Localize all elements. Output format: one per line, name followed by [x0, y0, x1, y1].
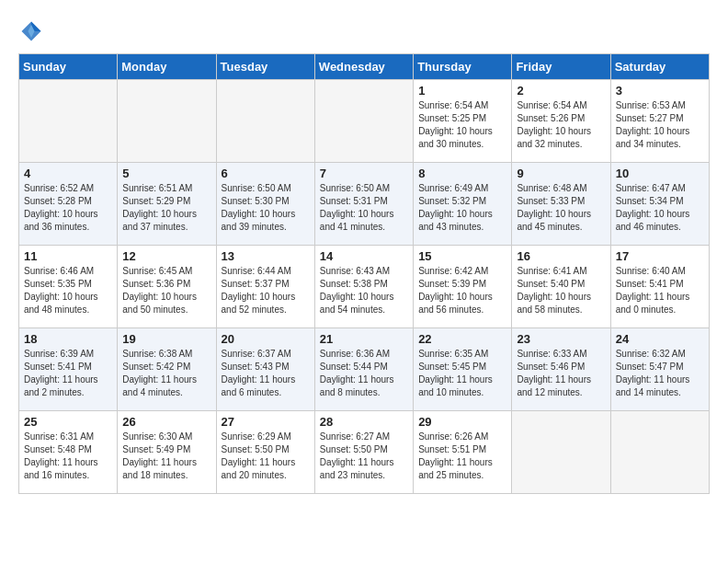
day-number: 12: [122, 249, 210, 263]
day-info: Sunrise: 6:27 AM Sunset: 5:50 PM Dayligh…: [320, 431, 408, 482]
day-number: 19: [122, 332, 210, 346]
day-of-week-header: Sunday: [19, 54, 118, 80]
calendar-day-cell: 9Sunrise: 6:48 AM Sunset: 5:33 PM Daylig…: [512, 163, 610, 246]
calendar-day-cell: 5Sunrise: 6:51 AM Sunset: 5:29 PM Daylig…: [118, 163, 216, 246]
day-info: Sunrise: 6:32 AM Sunset: 5:47 PM Dayligh…: [616, 348, 704, 399]
day-info: Sunrise: 6:42 AM Sunset: 5:39 PM Dayligh…: [418, 265, 506, 316]
calendar-day-cell: 16Sunrise: 6:41 AM Sunset: 5:40 PM Dayli…: [512, 246, 610, 328]
day-of-week-header: Friday: [512, 54, 610, 80]
calendar-day-cell: 17Sunrise: 6:40 AM Sunset: 5:41 PM Dayli…: [610, 246, 709, 328]
calendar-header-row: SundayMondayTuesdayWednesdayThursdayFrid…: [19, 54, 710, 80]
calendar-day-cell: 19Sunrise: 6:38 AM Sunset: 5:42 PM Dayli…: [118, 328, 216, 411]
calendar-table: SundayMondayTuesdayWednesdayThursdayFrid…: [18, 53, 710, 494]
day-number: 18: [24, 332, 112, 346]
calendar-day-cell: 20Sunrise: 6:37 AM Sunset: 5:43 PM Dayli…: [216, 328, 314, 411]
day-info: Sunrise: 6:45 AM Sunset: 5:36 PM Dayligh…: [122, 265, 210, 316]
calendar-week-row: 18Sunrise: 6:39 AM Sunset: 5:41 PM Dayli…: [19, 328, 710, 411]
calendar-day-cell: 24Sunrise: 6:32 AM Sunset: 5:47 PM Dayli…: [610, 328, 709, 411]
day-info: Sunrise: 6:54 AM Sunset: 5:25 PM Dayligh…: [418, 99, 506, 151]
day-number: 23: [517, 332, 605, 346]
day-number: 6: [222, 167, 310, 180]
day-info: Sunrise: 6:40 AM Sunset: 5:41 PM Dayligh…: [616, 265, 704, 316]
calendar-day-cell: [610, 411, 709, 494]
day-info: Sunrise: 6:51 AM Sunset: 5:29 PM Dayligh…: [122, 182, 210, 234]
calendar-day-cell: 18Sunrise: 6:39 AM Sunset: 5:41 PM Dayli…: [19, 328, 118, 411]
day-of-week-header: Monday: [118, 54, 216, 80]
day-of-week-header: Tuesday: [216, 54, 314, 80]
day-info: Sunrise: 6:29 AM Sunset: 5:50 PM Dayligh…: [222, 431, 310, 482]
calendar-day-cell: 2Sunrise: 6:54 AM Sunset: 5:26 PM Daylig…: [512, 80, 610, 163]
day-info: Sunrise: 6:39 AM Sunset: 5:41 PM Dayligh…: [24, 348, 112, 399]
day-info: Sunrise: 6:46 AM Sunset: 5:35 PM Dayligh…: [24, 265, 112, 316]
calendar-day-cell: 7Sunrise: 6:50 AM Sunset: 5:31 PM Daylig…: [314, 163, 413, 246]
calendar-day-cell: 26Sunrise: 6:30 AM Sunset: 5:49 PM Dayli…: [118, 411, 216, 494]
calendar-day-cell: 27Sunrise: 6:29 AM Sunset: 5:50 PM Dayli…: [216, 411, 314, 494]
day-of-week-header: Thursday: [414, 54, 512, 80]
day-info: Sunrise: 6:33 AM Sunset: 5:46 PM Dayligh…: [517, 348, 605, 399]
calendar-day-cell: 25Sunrise: 6:31 AM Sunset: 5:48 PM Dayli…: [19, 411, 118, 494]
calendar-day-cell: [19, 80, 118, 163]
day-number: 20: [222, 332, 310, 346]
day-info: Sunrise: 6:41 AM Sunset: 5:40 PM Dayligh…: [517, 265, 605, 316]
day-number: 9: [517, 167, 605, 180]
day-number: 22: [418, 332, 506, 346]
day-info: Sunrise: 6:37 AM Sunset: 5:43 PM Dayligh…: [222, 348, 310, 399]
day-info: Sunrise: 6:49 AM Sunset: 5:32 PM Dayligh…: [418, 182, 506, 234]
day-info: Sunrise: 6:43 AM Sunset: 5:38 PM Dayligh…: [320, 265, 408, 316]
day-number: 5: [122, 167, 210, 180]
calendar-day-cell: 11Sunrise: 6:46 AM Sunset: 5:35 PM Dayli…: [19, 246, 118, 328]
calendar-day-cell: [314, 80, 413, 163]
day-info: Sunrise: 6:38 AM Sunset: 5:42 PM Dayligh…: [122, 348, 210, 399]
day-info: Sunrise: 6:50 AM Sunset: 5:30 PM Dayligh…: [222, 182, 310, 234]
calendar-day-cell: 3Sunrise: 6:53 AM Sunset: 5:27 PM Daylig…: [610, 80, 709, 163]
day-number: 27: [222, 415, 310, 429]
day-info: Sunrise: 6:36 AM Sunset: 5:44 PM Dayligh…: [320, 348, 408, 399]
day-number: 24: [616, 332, 704, 346]
day-number: 4: [24, 167, 112, 180]
calendar-day-cell: 1Sunrise: 6:54 AM Sunset: 5:25 PM Daylig…: [414, 80, 512, 163]
calendar-day-cell: 6Sunrise: 6:50 AM Sunset: 5:30 PM Daylig…: [216, 163, 314, 246]
day-number: 2: [517, 84, 605, 98]
day-number: 25: [24, 415, 112, 429]
calendar-week-row: 4Sunrise: 6:52 AM Sunset: 5:28 PM Daylig…: [19, 163, 710, 246]
calendar-day-cell: [216, 80, 314, 163]
day-number: 8: [418, 167, 506, 180]
day-info: Sunrise: 6:47 AM Sunset: 5:34 PM Dayligh…: [616, 182, 704, 234]
day-number: 15: [418, 249, 506, 263]
day-info: Sunrise: 6:52 AM Sunset: 5:28 PM Dayligh…: [24, 182, 112, 234]
day-number: 11: [24, 249, 112, 263]
calendar-day-cell: 29Sunrise: 6:26 AM Sunset: 5:51 PM Dayli…: [414, 411, 512, 494]
day-number: 26: [122, 415, 210, 429]
day-number: 21: [320, 332, 408, 346]
logo-icon: [18, 18, 44, 44]
day-info: Sunrise: 6:50 AM Sunset: 5:31 PM Dayligh…: [320, 182, 408, 234]
calendar-day-cell: 14Sunrise: 6:43 AM Sunset: 5:38 PM Dayli…: [314, 246, 413, 328]
page-header: [18, 18, 710, 44]
day-info: Sunrise: 6:44 AM Sunset: 5:37 PM Dayligh…: [222, 265, 310, 316]
calendar-week-row: 25Sunrise: 6:31 AM Sunset: 5:48 PM Dayli…: [19, 411, 710, 494]
calendar-day-cell: 28Sunrise: 6:27 AM Sunset: 5:50 PM Dayli…: [314, 411, 413, 494]
day-number: 3: [616, 84, 704, 98]
day-info: Sunrise: 6:48 AM Sunset: 5:33 PM Dayligh…: [517, 182, 605, 234]
day-info: Sunrise: 6:53 AM Sunset: 5:27 PM Dayligh…: [616, 99, 704, 151]
day-info: Sunrise: 6:35 AM Sunset: 5:45 PM Dayligh…: [418, 348, 506, 399]
calendar-day-cell: [512, 411, 610, 494]
day-number: 1: [418, 84, 506, 98]
day-number: 10: [616, 167, 704, 180]
calendar-day-cell: 8Sunrise: 6:49 AM Sunset: 5:32 PM Daylig…: [414, 163, 512, 246]
day-number: 29: [418, 415, 506, 429]
calendar-day-cell: 22Sunrise: 6:35 AM Sunset: 5:45 PM Dayli…: [414, 328, 512, 411]
calendar-day-cell: 12Sunrise: 6:45 AM Sunset: 5:36 PM Dayli…: [118, 246, 216, 328]
day-number: 16: [517, 249, 605, 263]
day-number: 14: [320, 249, 408, 263]
day-info: Sunrise: 6:30 AM Sunset: 5:49 PM Dayligh…: [122, 431, 210, 482]
day-number: 13: [222, 249, 310, 263]
day-of-week-header: Wednesday: [314, 54, 413, 80]
calendar-day-cell: 15Sunrise: 6:42 AM Sunset: 5:39 PM Dayli…: [414, 246, 512, 328]
calendar-week-row: 1Sunrise: 6:54 AM Sunset: 5:25 PM Daylig…: [19, 80, 710, 163]
logo: [18, 18, 48, 44]
calendar-week-row: 11Sunrise: 6:46 AM Sunset: 5:35 PM Dayli…: [19, 246, 710, 328]
day-number: 28: [320, 415, 408, 429]
day-info: Sunrise: 6:26 AM Sunset: 5:51 PM Dayligh…: [418, 431, 506, 482]
calendar-day-cell: 21Sunrise: 6:36 AM Sunset: 5:44 PM Dayli…: [314, 328, 413, 411]
